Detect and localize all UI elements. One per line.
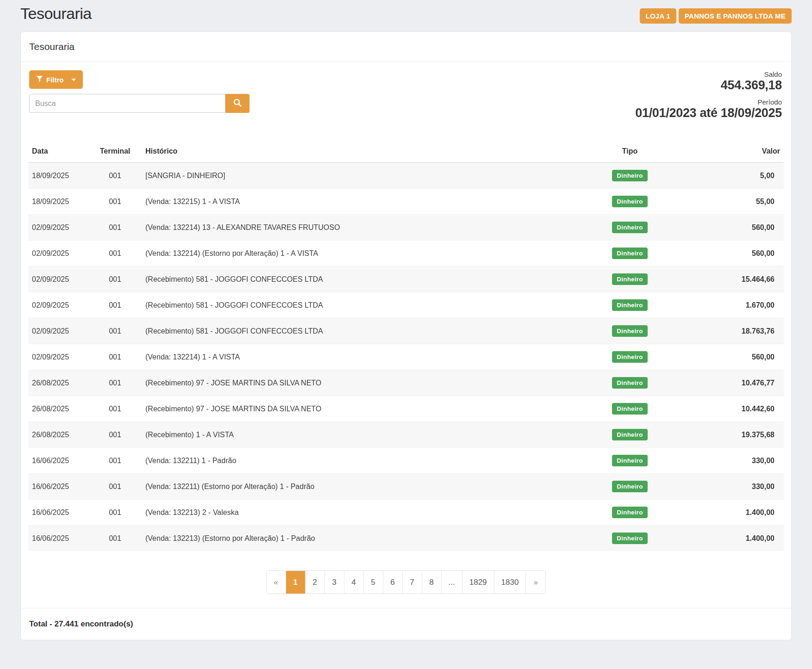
- cell-terminal: 001: [88, 318, 142, 344]
- cell-tipo: Dinheiro: [585, 396, 675, 422]
- cell-terminal: 001: [88, 241, 142, 266]
- tipo-badge: Dinheiro: [612, 533, 647, 544]
- store-button[interactable]: LOJA 1: [640, 8, 676, 24]
- search-input[interactable]: [29, 94, 225, 113]
- cell-terminal: 001: [88, 526, 142, 551]
- cell-data: 16/06/2025: [28, 526, 88, 551]
- card-body: Filtro: [21, 62, 791, 608]
- cell-valor: 560,00: [675, 344, 784, 370]
- col-header-valor: Valor: [675, 142, 784, 162]
- periodo-value: 01/01/2023 até 18/09/2025: [635, 106, 782, 120]
- cell-historico: (Recebimento) 1 - A VISTA: [142, 422, 585, 448]
- cell-historico: [SANGRIA - DINHEIRO]: [142, 162, 585, 189]
- page-title: Tesouraria: [20, 5, 92, 23]
- tipo-badge: Dinheiro: [612, 170, 647, 181]
- pagination-page-7[interactable]: 7: [403, 571, 422, 594]
- cell-tipo: Dinheiro: [585, 526, 675, 551]
- cell-terminal: 001: [88, 448, 142, 474]
- pagination-page-3[interactable]: 3: [325, 571, 344, 594]
- cell-historico: (Venda: 132213) (Estorno por Alteração) …: [142, 526, 585, 551]
- filter-button[interactable]: Filtro: [29, 70, 83, 89]
- pagination-page-8[interactable]: 8: [422, 571, 442, 594]
- cell-tipo: Dinheiro: [585, 370, 675, 396]
- table-row: 26/08/2025001(Recebimento) 1 - A VISTADi…: [28, 422, 784, 448]
- table-row: 16/06/2025001(Venda: 132211) (Estorno po…: [28, 474, 784, 500]
- company-button[interactable]: PANNOS E PANNOS LTDA ME: [679, 8, 792, 24]
- col-header-data: Data: [28, 142, 88, 162]
- tipo-badge: Dinheiro: [612, 429, 647, 440]
- cell-historico: (Venda: 132211) (Estorno por Alteração) …: [142, 474, 585, 500]
- total-count: Total - 27.441 encontrado(s): [21, 608, 791, 640]
- cell-historico: (Venda: 132215) 1 - A VISTA: [142, 189, 585, 215]
- cell-valor: 10.442,60: [675, 396, 784, 422]
- cell-historico: (Venda: 132214) 13 - ALEXANDRE TAVARES F…: [142, 215, 585, 241]
- pagination-ellipsis[interactable]: ...: [442, 571, 462, 594]
- cell-terminal: 001: [88, 344, 142, 370]
- search-group: [29, 94, 250, 113]
- toolbar-left: Filtro: [28, 70, 250, 113]
- pagination-page-1[interactable]: 1: [286, 571, 306, 594]
- saldo-value: 454.369,18: [635, 78, 782, 93]
- cell-tipo: Dinheiro: [585, 215, 675, 241]
- table-row: 02/09/2025001(Venda: 132214) 13 - ALEXAN…: [28, 215, 784, 241]
- funnel-icon: [36, 75, 43, 84]
- pagination-prev[interactable]: «: [267, 571, 286, 594]
- tipo-badge: Dinheiro: [612, 222, 647, 233]
- table-body: 18/09/2025001[SANGRIA - DINHEIRO]Dinheir…: [28, 162, 784, 551]
- cell-valor: 1.400,00: [675, 500, 784, 526]
- cell-terminal: 001: [88, 292, 142, 318]
- col-header-tipo: Tipo: [585, 142, 675, 162]
- cell-terminal: 001: [88, 215, 142, 241]
- cell-data: 02/09/2025: [28, 215, 88, 241]
- chevron-down-icon: [71, 79, 76, 81]
- toolbar: Filtro: [28, 70, 784, 120]
- periodo-label: Período: [635, 98, 782, 106]
- cell-data: 02/09/2025: [28, 292, 88, 318]
- pagination-page-1830[interactable]: 1830: [494, 571, 526, 594]
- cell-tipo: Dinheiro: [585, 500, 675, 526]
- cell-data: 16/06/2025: [28, 474, 88, 500]
- card-title: Tesouraria: [21, 32, 791, 62]
- cell-data: 16/06/2025: [28, 500, 88, 526]
- pagination-page-5[interactable]: 5: [364, 571, 383, 594]
- pagination-page-2[interactable]: 2: [306, 571, 325, 594]
- table-row: 16/06/2025001(Venda: 132213) 2 - Valeska…: [28, 500, 784, 526]
- tipo-badge: Dinheiro: [612, 273, 647, 285]
- tipo-badge: Dinheiro: [612, 351, 647, 363]
- col-header-terminal: Terminal: [88, 142, 142, 162]
- cell-tipo: Dinheiro: [585, 474, 675, 500]
- cell-data: 16/06/2025: [28, 448, 88, 474]
- col-header-historico: Histórico: [142, 142, 585, 162]
- cell-tipo: Dinheiro: [585, 292, 675, 318]
- periodo-block: Período 01/01/2023 até 18/09/2025: [635, 98, 782, 120]
- cell-historico: (Venda: 132214) 1 - A VISTA: [142, 344, 585, 370]
- pagination-page-1829[interactable]: 1829: [462, 571, 494, 594]
- cell-data: 02/09/2025: [28, 318, 88, 344]
- pagination-page-4[interactable]: 4: [344, 571, 364, 594]
- pagination-next[interactable]: »: [526, 571, 545, 594]
- cell-valor: 330,00: [675, 448, 784, 474]
- cell-tipo: Dinheiro: [585, 422, 675, 448]
- filter-button-label: Filtro: [46, 76, 64, 84]
- cell-valor: 15.464,66: [675, 266, 784, 292]
- pagination: «12345678...18291830»: [266, 570, 546, 594]
- tesouraria-card: Tesouraria Filtro: [20, 31, 792, 640]
- search-button[interactable]: [225, 94, 250, 113]
- topbar: Tesouraria LOJA 1 PANNOS E PANNOS LTDA M…: [20, 0, 792, 31]
- table-row: 16/06/2025001(Venda: 132213) (Estorno po…: [28, 526, 784, 551]
- table-row: 02/09/2025001(Recebimento) 581 - JOGGOFI…: [28, 292, 784, 318]
- table-row: 26/08/2025001(Recebimento) 97 - JOSE MAR…: [28, 396, 784, 422]
- cell-terminal: 001: [88, 500, 142, 526]
- cell-tipo: Dinheiro: [585, 241, 675, 266]
- cell-valor: 19.375,68: [675, 422, 784, 448]
- tipo-badge: Dinheiro: [612, 248, 647, 259]
- cell-historico: (Recebimento) 581 - JOGGOFI CONFECCOES L…: [142, 318, 585, 344]
- cell-historico: (Venda: 132213) 2 - Valeska: [142, 500, 585, 526]
- tipo-badge: Dinheiro: [612, 403, 647, 415]
- table-row: 16/06/2025001(Venda: 132211) 1 - PadrãoD…: [28, 448, 784, 474]
- tipo-badge: Dinheiro: [612, 299, 647, 311]
- table-row: 18/09/2025001[SANGRIA - DINHEIRO]Dinheir…: [28, 162, 784, 189]
- pagination-page-6[interactable]: 6: [383, 571, 403, 594]
- tipo-badge: Dinheiro: [612, 481, 647, 492]
- cell-valor: 330,00: [675, 474, 784, 500]
